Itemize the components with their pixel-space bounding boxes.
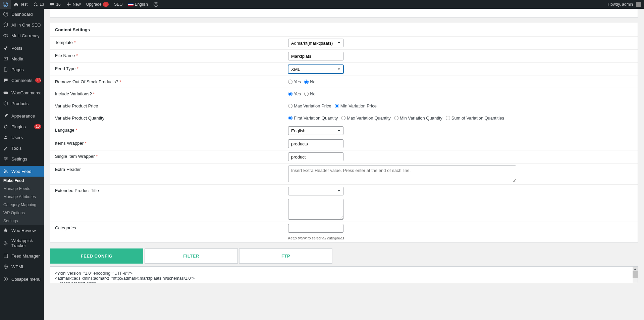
scroll-up-icon[interactable]: ▲	[633, 267, 638, 271]
categories-help: Keep blank to select all categories	[288, 236, 344, 240]
menu-multicurrency[interactable]: Multi Currency	[0, 30, 44, 41]
tab-filter[interactable]: FILTER	[145, 248, 238, 264]
currency-icon	[3, 33, 9, 39]
row-exttitle: Extended Product Title	[50, 184, 638, 222]
menu-label: WPML	[11, 264, 24, 269]
svg-point-17	[4, 277, 7, 281]
feedtype-select[interactable]: XML	[288, 65, 343, 74]
includevar-yes-radio[interactable]	[288, 92, 292, 96]
wrench-icon	[3, 145, 9, 151]
menu-settings[interactable]: Settings	[0, 153, 44, 164]
exttitle-textarea[interactable]	[288, 199, 343, 220]
varqty-min-radio[interactable]	[394, 116, 398, 120]
menu-label: Woo Feed	[11, 169, 32, 174]
admin-sidebar: Dashboard All in One SEO Multi Currency …	[0, 9, 44, 293]
menu-woofeed[interactable]: Woo Feed	[0, 166, 44, 177]
top-panel-fragment	[50, 9, 638, 17]
categories-input[interactable]	[288, 224, 343, 233]
singlewrap-input[interactable]	[288, 152, 343, 161]
menu-appearance[interactable]: Appearance	[0, 110, 44, 121]
radio-label: Max Variation Price	[294, 103, 331, 108]
language-switch[interactable]: English	[125, 0, 151, 9]
help-icon: ?	[153, 2, 159, 7]
extraheader-textarea[interactable]	[288, 166, 516, 182]
menu-label: Feed Manager	[11, 254, 40, 259]
radio-label: First Variation Quantity	[294, 116, 338, 121]
language-select[interactable]: English	[288, 126, 343, 135]
plugins-badge: 10	[34, 124, 41, 129]
menu-label: Dashboard	[11, 12, 33, 17]
menu-posts[interactable]: Posts	[0, 43, 44, 53]
updates[interactable]: 13	[30, 0, 47, 9]
svg-point-13	[4, 172, 5, 173]
help-link[interactable]: ?	[151, 0, 161, 9]
tab-feedconfig[interactable]: FEED CONFIG	[50, 248, 143, 264]
svg-point-10	[4, 157, 5, 158]
media-icon	[3, 56, 9, 62]
menu-dashboard[interactable]: Dashboard	[0, 9, 44, 19]
submenu-catmap[interactable]: Category Mapping	[0, 201, 44, 209]
menu-users[interactable]: Users	[0, 132, 44, 143]
menu-products[interactable]: Products	[0, 98, 44, 109]
filename-input[interactable]	[288, 52, 343, 60]
menu-tools[interactable]: Tools	[0, 143, 44, 153]
menu-label: Pages	[11, 67, 24, 72]
label-feedtype: Feed Type *	[50, 63, 283, 76]
submenu-managefeeds[interactable]: Manage Feeds	[0, 185, 44, 193]
includevar-no-radio[interactable]	[304, 92, 309, 96]
menu-wooreview[interactable]: Woo Review	[0, 225, 44, 236]
wp-logo[interactable]	[0, 0, 11, 9]
menu-collapse[interactable]: Collapse menu	[0, 274, 44, 284]
submenu-label: Settings	[3, 219, 18, 223]
itemswrap-input[interactable]	[288, 139, 343, 148]
menu-woocommerce[interactable]: WooCommerce	[0, 87, 44, 98]
feed-tabs: FEED CONFIG FILTER FTP	[50, 248, 638, 264]
varprice-max-radio[interactable]	[288, 104, 292, 108]
varprice-min-radio[interactable]	[335, 104, 339, 108]
menu-wpml[interactable]: WPML	[0, 261, 44, 272]
xml-template-box[interactable]: <?xml version="1.0" encoding="UTF-8"?> <…	[50, 266, 638, 283]
howdy-label: Howdy, admin	[608, 2, 633, 7]
menu-webappick[interactable]: Webappick Tracker	[0, 236, 44, 250]
submenu-label: WP Options	[3, 211, 25, 215]
template-select[interactable]: Admarkt(marktplaats)	[288, 39, 343, 47]
collapse-icon	[3, 276, 9, 282]
row-template: Template * Admarkt(marktplaats)	[50, 36, 638, 49]
removeoos-yes-radio[interactable]	[288, 80, 292, 84]
tab-ftp[interactable]: FTP	[239, 248, 332, 264]
menu-comments[interactable]: Comments16	[0, 75, 44, 86]
comments-link[interactable]: 16	[47, 0, 63, 9]
label-categories: Categories	[50, 222, 283, 242]
radio-label: Sum of Variation Quantities	[451, 116, 504, 121]
label-exttitle: Extended Product Title	[50, 185, 283, 222]
menu-label: Plugins	[11, 124, 26, 129]
seo-link[interactable]: SEO	[111, 0, 125, 9]
varqty-first-radio[interactable]	[288, 116, 292, 120]
radio-label: No	[310, 79, 316, 84]
menu-plugins[interactable]: Plugins10	[0, 121, 44, 132]
scrollbar[interactable]: ▲	[633, 267, 638, 283]
menu-label: All in One SEO	[11, 22, 41, 28]
submenu-manageattrs[interactable]: Manage Attributes	[0, 193, 44, 201]
menu-pages[interactable]: Pages	[0, 64, 44, 75]
radio-label: Min Variation Quantity	[400, 116, 442, 121]
varqty-max-radio[interactable]	[341, 116, 345, 120]
exttitle-select[interactable]	[288, 187, 343, 195]
upgrade-link[interactable]: Upgrade1	[84, 0, 112, 9]
menu-feedmanager[interactable]: Feed Manager	[0, 250, 44, 261]
label-includevar: Include Variations? *	[50, 88, 283, 100]
submenu-settings[interactable]: Settings	[0, 217, 44, 225]
menu-aioseo[interactable]: All in One SEO	[0, 19, 44, 30]
label-removeoos: Remove Out Of Stock Products? *	[50, 76, 283, 88]
submenu-wpoptions[interactable]: WP Options	[0, 209, 44, 217]
row-extraheader: Extra Header	[50, 163, 638, 184]
my-account[interactable]: Howdy, admin	[605, 0, 644, 9]
site-name[interactable]: Test	[11, 0, 30, 9]
new-content[interactable]: New	[63, 0, 84, 9]
globe-icon	[3, 264, 9, 270]
submenu-makefeed[interactable]: Make Feed	[0, 177, 44, 185]
removeoos-no-radio[interactable]	[304, 80, 309, 84]
menu-media[interactable]: Media	[0, 53, 44, 64]
scroll-thumb[interactable]	[633, 271, 638, 278]
varqty-sum-radio[interactable]	[446, 116, 450, 120]
